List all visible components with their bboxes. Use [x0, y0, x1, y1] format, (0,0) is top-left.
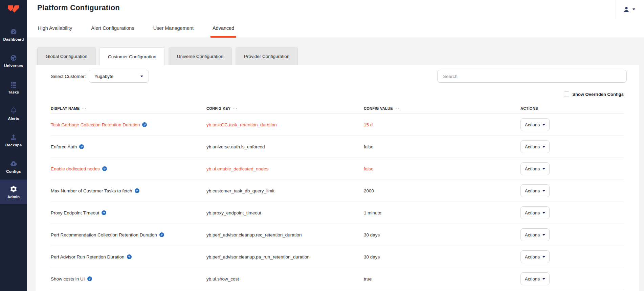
- actions-button[interactable]: Actions: [520, 162, 550, 175]
- config-toolbar: Select Customer: Yugabyte: [36, 65, 639, 85]
- tab-high-availability[interactable]: High Availability: [36, 19, 74, 38]
- sidebar-item-label: Admin: [7, 195, 20, 199]
- select-customer-label: Select Customer:: [51, 74, 86, 79]
- sidebar-item-tasks[interactable]: Tasks: [0, 74, 27, 100]
- actions-button[interactable]: Actions: [520, 184, 550, 197]
- help-icon[interactable]: ?: [102, 166, 107, 171]
- tab-advanced[interactable]: Advanced: [210, 19, 237, 38]
- help-icon[interactable]: ?: [79, 144, 84, 149]
- search-input[interactable]: [437, 70, 627, 83]
- display-name-cell: Proxy Endpoint Timeout ?: [51, 210, 206, 215]
- actions-cell: Actions: [520, 140, 624, 153]
- sidebar-item-universes[interactable]: Universes: [0, 47, 27, 74]
- actions-cell: Actions: [520, 206, 624, 219]
- subtab-label: Customer Configuration: [108, 54, 156, 59]
- subtab-label: Universe Configuration: [177, 54, 223, 59]
- config-value-text: 15 d: [364, 122, 373, 127]
- sidebar-item-backups[interactable]: Backups: [0, 127, 27, 153]
- table-row: Enforce Auth ? yb.universe.auth.is_enfor…: [51, 136, 624, 158]
- help-icon[interactable]: ?: [135, 188, 139, 193]
- table-row: Show costs in UI ? yb.ui.show_cost true …: [51, 268, 624, 290]
- sidebar-item-dashboard[interactable]: Dashboard: [0, 21, 27, 47]
- subtab-customer-configuration[interactable]: Customer Configuration: [99, 47, 165, 65]
- actions-button-label: Actions: [525, 210, 540, 215]
- sidebar-item-configs[interactable]: Configs: [0, 153, 27, 180]
- config-value-text: false: [364, 144, 374, 149]
- yugabyte-logo[interactable]: [0, 0, 27, 20]
- actions-caret-icon: [542, 278, 545, 280]
- config-table-body: Task Garbage Collection Retention Durati…: [51, 114, 624, 290]
- display-name-cell: Enforce Auth ?: [51, 144, 206, 149]
- config-value-cell: 30 days: [364, 254, 520, 259]
- subtab-provider-configuration[interactable]: Provider Configuration: [236, 47, 298, 65]
- tab-alert-configurations[interactable]: Alert Configurations: [89, 19, 136, 38]
- help-icon[interactable]: ?: [102, 210, 106, 215]
- alerts-icon: [9, 107, 18, 115]
- subtab-universe-configuration[interactable]: Universe Configuration: [169, 47, 232, 65]
- customer-configuration-panel: Select Customer: Yugabyte Show Overriden…: [36, 65, 639, 291]
- help-icon[interactable]: ?: [87, 276, 92, 281]
- actions-cell: Actions: [520, 118, 624, 131]
- subtab-global-configuration[interactable]: Global Configuration: [37, 47, 96, 65]
- actions-button-label: Actions: [525, 122, 540, 127]
- sidebar-item-admin[interactable]: Admin: [0, 180, 27, 204]
- yugabyte-logo-icon: [7, 4, 20, 18]
- dashboard-icon: [9, 27, 18, 36]
- config-value-cell: 30 days: [364, 232, 520, 237]
- actions-button[interactable]: Actions: [520, 272, 550, 285]
- actions-button[interactable]: Actions: [520, 228, 550, 241]
- actions-button[interactable]: Actions: [520, 250, 550, 263]
- actions-button[interactable]: Actions: [520, 206, 550, 219]
- top-header: Platform Configuration: [27, 0, 644, 19]
- actions-button-label: Actions: [525, 254, 540, 259]
- config-key-text: yb.proxy_endpoint_timeout: [206, 210, 261, 215]
- config-table-header: DISPLAY NAME ▼▲ CONFIG KEY ▼▲ CONFIG VAL…: [51, 103, 624, 114]
- user-menu-caret-icon: [632, 8, 635, 10]
- help-icon[interactable]: ?: [142, 122, 147, 127]
- customer-select[interactable]: Yugabyte: [89, 70, 149, 83]
- subtab-label: Provider Configuration: [244, 54, 289, 59]
- config-value-text: 1 minute: [364, 210, 381, 215]
- display-name-text: Proxy Endpoint Timeout: [51, 210, 99, 215]
- show-overridden-checkbox[interactable]: [564, 91, 569, 97]
- column-header-config-value[interactable]: CONFIG VALUE ▼▲: [364, 106, 520, 110]
- display-name-cell: Task Garbage Collection Retention Durati…: [51, 122, 206, 127]
- column-header-display-name[interactable]: DISPLAY NAME ▼▲: [51, 106, 206, 110]
- table-row: Max Number of Customer Tasks to fetch ? …: [51, 180, 624, 202]
- config-tabbar: High Availability Alert Configurations U…: [27, 19, 644, 38]
- display-name-cell: Enable dedicated nodes ?: [51, 166, 206, 171]
- column-label: ACTIONS: [520, 106, 538, 110]
- sidebar-item-alerts[interactable]: Alerts: [0, 100, 27, 127]
- display-name-text: Enable dedicated nodes: [51, 166, 100, 171]
- sort-icons[interactable]: ▼▲: [232, 107, 238, 109]
- show-overridden-label: Show Overriden Configs: [572, 92, 624, 97]
- user-menu[interactable]: [615, 0, 639, 19]
- config-key-cell: yb.universe.auth.is_enforced: [206, 144, 364, 149]
- actions-button[interactable]: Actions: [520, 118, 550, 131]
- tab-user-management[interactable]: User Management: [151, 19, 196, 38]
- actions-button-label: Actions: [525, 232, 540, 237]
- actions-cell: Actions: [520, 184, 624, 197]
- sidebar-item-label: Backups: [5, 143, 22, 147]
- subtab-label: Global Configuration: [46, 54, 87, 59]
- sort-icons[interactable]: ▼▲: [82, 107, 87, 109]
- actions-caret-icon: [542, 168, 545, 170]
- help-icon[interactable]: ?: [127, 254, 132, 259]
- tab-label: Advanced: [213, 25, 235, 31]
- display-name-text: Perf Advisor Run Retention Duration: [51, 254, 125, 259]
- config-key-cell: yb.ui.enable_dedicated_nodes: [206, 166, 364, 171]
- actions-button-label: Actions: [525, 166, 540, 171]
- actions-button[interactable]: Actions: [520, 140, 550, 153]
- user-icon: [623, 6, 630, 13]
- column-header-config-key[interactable]: CONFIG KEY ▼▲: [206, 106, 364, 110]
- config-key-cell: yb.proxy_endpoint_timeout: [206, 210, 364, 215]
- display-name-cell: Max Number of Customer Tasks to fetch ?: [51, 188, 206, 193]
- sidebar-item-label: Tasks: [8, 90, 19, 94]
- display-name-text: Perf Recommendation Collection Retention…: [51, 232, 157, 237]
- display-name-cell: Show costs in UI ?: [51, 276, 206, 282]
- help-icon[interactable]: ?: [159, 232, 164, 237]
- actions-button-label: Actions: [525, 144, 540, 149]
- config-value-text: true: [364, 276, 372, 282]
- sort-icons[interactable]: ▼▲: [395, 107, 400, 109]
- actions-cell: Actions: [520, 272, 624, 285]
